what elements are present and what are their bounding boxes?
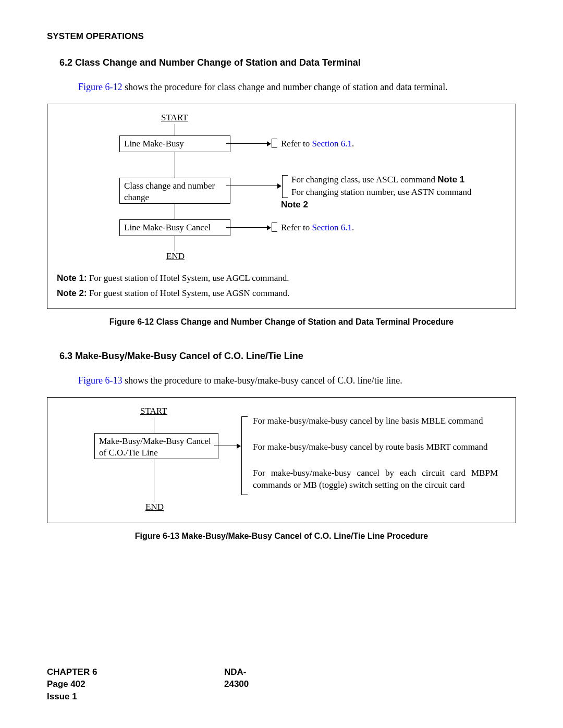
section-6-3-heading: 6.3 Make-Busy/Make-Busy Cancel of C.O. L… bbox=[59, 351, 516, 362]
figure-6-12-link[interactable]: Figure 6-12 bbox=[78, 82, 123, 92]
side-text-refer-1: Refer to Section 6.1. bbox=[281, 138, 354, 150]
side-text-ascl: For changing class, use ASCL command Not… bbox=[291, 174, 510, 186]
intro-text-63: shows the procedure to make-busy/make-bu… bbox=[123, 375, 402, 386]
section-6-3-intro: Figure 6-13 shows the procedure to make-… bbox=[78, 374, 516, 387]
figure-6-13-caption: Figure 6-13 Make-Busy/Make-Busy Cancel o… bbox=[47, 532, 516, 541]
footer-issue: Issue 1 bbox=[47, 690, 97, 703]
flow-box-co-tie: Make-Busy/Make-Busy Cancel of C.O./Tie L… bbox=[94, 433, 218, 459]
section-6-1-link-a[interactable]: Section 6.1 bbox=[312, 139, 352, 149]
side-text-mbpm: For make-busy/make-busy cancel by each c… bbox=[253, 467, 498, 491]
side-text-mble: For make-busy/make-busy cancel by line b… bbox=[253, 415, 498, 427]
start-label: START bbox=[161, 113, 188, 123]
section-6-2-intro: Figure 6-12 shows the procedure for clas… bbox=[78, 81, 516, 93]
flow-box-class-change: Class change and number change bbox=[119, 178, 230, 204]
intro-text: shows the procedure for class change and… bbox=[123, 82, 448, 92]
note-1: Note 1: For guest station of Hotel Syste… bbox=[57, 271, 506, 286]
page-header: SYSTEM OPERATIONS bbox=[47, 31, 516, 42]
footer-page: Page 402 bbox=[47, 678, 97, 690]
figure-6-12-box: START Line Make-Busy Refer to Section 6.… bbox=[47, 104, 516, 309]
figure-6-13-link[interactable]: Figure 6-13 bbox=[78, 375, 123, 386]
figure-6-12-caption: Figure 6-12 Class Change and Number Chan… bbox=[47, 317, 516, 327]
end-label: END bbox=[166, 251, 185, 262]
footer-doc: NDA-24300 bbox=[224, 666, 249, 691]
side-text-refer-2: Refer to Section 6.1. bbox=[281, 222, 354, 234]
note-2-ref: Note 2 bbox=[281, 199, 308, 211]
note-1-ref: Note 1 bbox=[437, 175, 464, 184]
side-text-astn: For changing station number, use ASTN co… bbox=[291, 187, 510, 199]
start-label-63: START bbox=[140, 406, 167, 416]
page-footer: CHAPTER 6 Page 402 Issue 1 NDA-24300 bbox=[47, 666, 97, 703]
flow-box-line-make-busy-cancel: Line Make-Busy Cancel bbox=[119, 219, 230, 236]
end-label-63: END bbox=[145, 502, 164, 512]
side-text-mbrt: For make-busy/make-busy cancel by route … bbox=[253, 441, 498, 453]
flow-box-line-make-busy: Line Make-Busy bbox=[119, 135, 230, 152]
section-6-2-heading: 6.2 Class Change and Number Change of St… bbox=[59, 57, 516, 68]
footer-chapter: CHAPTER 6 bbox=[47, 666, 97, 678]
note-2: Note 2: For guest station of Hotel Syste… bbox=[57, 286, 506, 301]
figure-6-13-box: START Make-Busy/Make-Busy Cancel of C.O.… bbox=[47, 397, 516, 523]
section-6-1-link-b[interactable]: Section 6.1 bbox=[312, 223, 352, 232]
